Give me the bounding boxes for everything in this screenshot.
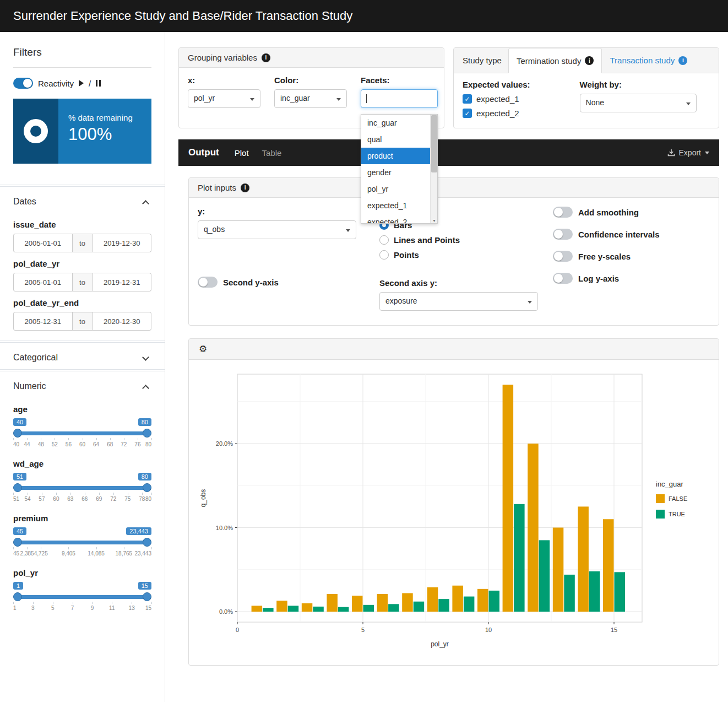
facet-option[interactable]: expected_1 xyxy=(361,197,437,214)
radio-label: Points xyxy=(394,250,419,260)
date-to-input[interactable] xyxy=(93,234,152,252)
second-axis-y-select[interactable]: exposure xyxy=(379,292,538,311)
legend-label-true: TRUE xyxy=(669,511,685,517)
second-y-axis-toggle[interactable] xyxy=(198,277,218,288)
export-button[interactable]: Export xyxy=(667,148,709,157)
range-slider[interactable]: 4523,443452,3854,7259,40514,08518,76523,… xyxy=(13,527,151,559)
second-y-axis-toggle-row[interactable]: Second y-axis xyxy=(198,277,379,288)
facets-input[interactable] xyxy=(361,89,438,108)
slider-handle-min[interactable] xyxy=(13,538,22,547)
geometry-option-points[interactable]: Points xyxy=(379,250,553,260)
bar-true-polyr-15 xyxy=(615,572,626,612)
tab-transaction-study[interactable]: Transaction study i xyxy=(602,48,695,73)
slider-tick-label: 13 xyxy=(129,605,135,611)
tab-table[interactable]: Table xyxy=(262,148,282,158)
plot-inputs-title: Plot inputs xyxy=(198,183,236,192)
checkbox-expected_2[interactable]: ✓expected_2 xyxy=(463,109,530,118)
checkbox-label: expected_1 xyxy=(476,94,519,104)
gear-icon[interactable]: ⚙ xyxy=(199,343,207,355)
slider-tick-mark xyxy=(13,493,14,495)
info-icon[interactable]: i xyxy=(585,56,594,65)
section-dates[interactable]: Dates xyxy=(13,187,151,213)
slider-handle-max[interactable] xyxy=(143,592,151,601)
color-select[interactable]: inc_guar xyxy=(274,89,347,108)
slider-handle-min[interactable] xyxy=(13,483,22,492)
expected-values-label: Expected values: xyxy=(463,80,530,89)
slider-handle-max[interactable] xyxy=(143,429,151,438)
toggle-label: Add smoothing xyxy=(578,208,639,217)
caret-down-icon xyxy=(705,152,709,154)
play-icon[interactable] xyxy=(79,80,84,87)
checkbox-expected_1[interactable]: ✓expected_1 xyxy=(463,94,530,104)
info-icon[interactable]: i xyxy=(262,53,270,62)
facet-option[interactable]: inc_guar xyxy=(361,115,437,131)
slider-handle-max[interactable] xyxy=(143,483,151,492)
scrollbar-down-arrow[interactable]: ▼ xyxy=(431,219,438,223)
scrollbar-thumb[interactable] xyxy=(431,115,437,172)
toggle-label: Confidence intervals xyxy=(578,230,660,239)
slider-handle-min[interactable] xyxy=(13,592,22,601)
section-numeric-label: Numeric xyxy=(13,381,46,391)
app-header: Surrender Experience Study and Base/Ride… xyxy=(0,0,728,32)
facet-option[interactable]: expected_2 xyxy=(361,214,437,224)
slider-tick-mark xyxy=(96,547,97,549)
dropdown-scrollbar[interactable]: ▼ xyxy=(430,115,437,223)
radio-icon[interactable] xyxy=(379,235,389,245)
bar-true-polyr-1 xyxy=(263,608,274,612)
pause-icon[interactable] xyxy=(96,80,101,87)
facet-option[interactable]: product xyxy=(361,148,437,164)
tab-termination-study[interactable]: Termination study i xyxy=(508,48,602,73)
icon-separator: / xyxy=(89,79,91,88)
slider-tick-label: 80 xyxy=(145,441,151,447)
range-slider[interactable]: 11513579111315 xyxy=(13,582,151,614)
date-from-input[interactable] xyxy=(13,234,72,252)
bar-false-polyr-8 xyxy=(427,587,438,612)
slider-tick-mark xyxy=(99,493,100,495)
facet-option[interactable]: qual xyxy=(361,131,437,148)
toggle-switch[interactable] xyxy=(553,229,573,240)
tab-plot[interactable]: Plot xyxy=(235,148,249,158)
slider-handle-min[interactable] xyxy=(13,429,22,438)
date-to-input[interactable] xyxy=(93,273,152,291)
date-from-input[interactable] xyxy=(13,312,72,331)
slider-label: age xyxy=(13,404,151,414)
toggle-switch[interactable] xyxy=(553,251,573,262)
facet-option[interactable]: gender xyxy=(361,164,437,181)
legend-label-false: FALSE xyxy=(669,495,687,502)
toggle-log-y-axis[interactable]: Log y-axis xyxy=(553,273,710,284)
slider-min-badge: 45 xyxy=(13,527,26,535)
section-numeric[interactable]: Numeric xyxy=(13,371,151,398)
slider-tick-label: 40 xyxy=(13,441,19,447)
slider-wd_age: wd_age51805154576063666972757880 xyxy=(13,459,151,505)
legend-swatch-true xyxy=(656,510,665,519)
info-icon[interactable]: i xyxy=(241,183,249,192)
slider-tick-mark xyxy=(124,438,124,440)
toggle-free-y-scales[interactable]: Free y-scales xyxy=(553,251,710,262)
slider-handle-max[interactable] xyxy=(143,538,151,547)
y-select[interactable]: q_obs xyxy=(198,220,356,239)
app-title: Surrender Experience Study and Base/Ride… xyxy=(13,9,352,23)
date-to-input[interactable] xyxy=(93,312,152,331)
slider-tick-label: 52 xyxy=(52,441,58,447)
range-slider[interactable]: 40804044485256606468727680 xyxy=(13,418,151,450)
radio-icon[interactable] xyxy=(379,250,389,260)
toggle-confidence-intervals[interactable]: Confidence intervals xyxy=(553,229,710,240)
info-icon[interactable]: i xyxy=(678,56,687,65)
toggle-switch[interactable] xyxy=(553,273,573,284)
toggle-add-smoothing[interactable]: Add smoothing xyxy=(553,207,710,218)
reactivity-toggle[interactable] xyxy=(13,78,33,89)
slider-tick-mark xyxy=(151,547,152,549)
section-categorical[interactable]: Categorical xyxy=(13,343,151,369)
date-from-input[interactable] xyxy=(13,273,72,291)
checkbox-icon[interactable]: ✓ xyxy=(463,109,472,118)
range-slider[interactable]: 51805154576063666972757880 xyxy=(13,473,151,505)
weight-by-select[interactable]: None xyxy=(580,94,697,112)
slider-tick-label: 72 xyxy=(110,496,116,502)
slider-tick-label: 51 xyxy=(13,496,19,502)
svg-text:20.0%: 20.0% xyxy=(216,440,233,447)
x-select[interactable]: pol_yr xyxy=(188,89,260,108)
facet-option[interactable]: pol_yr xyxy=(361,181,437,197)
toggle-switch[interactable] xyxy=(553,207,573,218)
geometry-option-lines-and-points[interactable]: Lines and Points xyxy=(379,235,553,245)
checkbox-icon[interactable]: ✓ xyxy=(463,94,472,104)
